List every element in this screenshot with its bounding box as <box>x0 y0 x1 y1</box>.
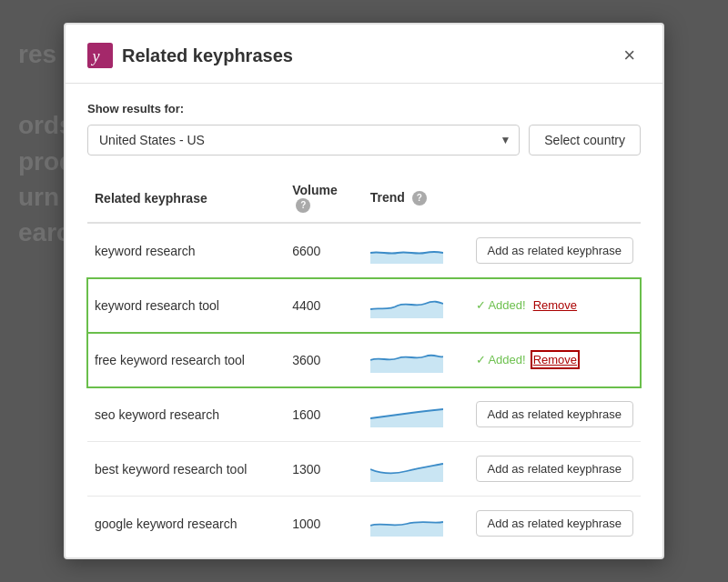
select-country-button[interactable]: Select country <box>529 125 641 156</box>
volume-cell: 6600 <box>285 223 362 278</box>
show-results-label: Show results for: <box>87 102 641 115</box>
col-header-action <box>469 174 641 223</box>
trend-cell <box>363 278 469 333</box>
action-cell: Add as related keyphrase <box>469 223 641 278</box>
keyphrase-cell: google keyword research <box>87 497 285 543</box>
add-keyphrase-button[interactable]: Add as related keyphrase <box>476 401 633 427</box>
keyphrase-cell: free keyword research tool <box>87 333 285 387</box>
volume-cell: 1600 <box>285 387 362 442</box>
added-check-icon: ✓ Added! <box>476 298 526 312</box>
keyphrase-cell: seo keyword research <box>87 387 285 442</box>
trend-cell <box>363 442 469 497</box>
add-keyphrase-button[interactable]: Add as related keyphrase <box>476 510 633 537</box>
keyphrases-table: Related keyphrase Volume ? Trend ? keywo… <box>87 174 641 543</box>
modal-title: Related keyphrases <box>122 45 293 66</box>
yoast-icon: y <box>87 43 113 68</box>
added-check-icon: ✓ Added! <box>476 353 526 366</box>
action-cell: Add as related keyphrase <box>469 497 641 543</box>
trend-cell <box>363 387 469 442</box>
country-select[interactable]: United States - US United Kingdom - UK C… <box>87 125 520 156</box>
table-row: google keyword research1000 Add as relat… <box>87 497 641 543</box>
volume-cell: 4400 <box>285 278 362 333</box>
close-button[interactable]: × <box>618 44 641 67</box>
table-row: free keyword research tool3600 ✓ Added!R… <box>87 333 641 387</box>
add-keyphrase-button[interactable]: Add as related keyphrase <box>476 237 633 264</box>
filter-row: United States - US United Kingdom - UK C… <box>87 125 641 156</box>
svg-text:y: y <box>91 47 101 65</box>
keyphrase-cell: best keyword research tool <box>87 442 285 497</box>
action-cell: ✓ Added!Remove <box>469 278 641 333</box>
table-row: seo keyword research1600 Add as related … <box>87 387 641 442</box>
trend-cell <box>363 333 469 387</box>
table-row: keyword research tool4400 ✓ Added!Remove <box>87 278 641 333</box>
remove-button[interactable]: Remove <box>533 298 577 312</box>
action-cell: Add as related keyphrase <box>469 442 641 497</box>
modal-header: y Related keyphrases × <box>66 25 662 84</box>
col-header-trend: Trend ? <box>363 174 469 223</box>
volume-cell: 3600 <box>285 333 362 387</box>
modal-title-group: y Related keyphrases <box>87 43 293 68</box>
action-cell: Add as related keyphrase <box>469 387 641 442</box>
col-header-volume: Volume ? <box>285 174 362 223</box>
svg-rect-0 <box>87 43 113 68</box>
added-group: ✓ Added!Remove <box>476 353 633 366</box>
country-select-wrapper: United States - US United Kingdom - UK C… <box>87 125 520 156</box>
table-row: best keyword research tool1300 Add as re… <box>87 442 641 497</box>
volume-cell: 1000 <box>285 497 362 543</box>
keyphrase-cell: keyword research tool <box>87 278 285 333</box>
trend-help-icon[interactable]: ? <box>412 191 427 206</box>
col-header-phrase: Related keyphrase <box>87 174 285 223</box>
table-row: keyword research6600 Add as related keyp… <box>87 223 641 278</box>
volume-help-icon[interactable]: ? <box>296 198 310 213</box>
trend-cell <box>363 497 469 543</box>
trend-cell <box>363 223 469 278</box>
action-cell: ✓ Added!Remove <box>469 333 641 387</box>
keyphrase-cell: keyword research <box>87 223 285 278</box>
remove-button[interactable]: Remove <box>533 353 577 366</box>
added-group: ✓ Added!Remove <box>476 298 633 312</box>
modal-footer-space <box>66 543 662 557</box>
related-keyphrases-modal: y Related keyphrases × Show results for:… <box>64 23 664 559</box>
add-keyphrase-button[interactable]: Add as related keyphrase <box>476 456 633 482</box>
modal-body: Show results for: United States - US Uni… <box>66 84 662 543</box>
volume-cell: 1300 <box>285 442 362 497</box>
